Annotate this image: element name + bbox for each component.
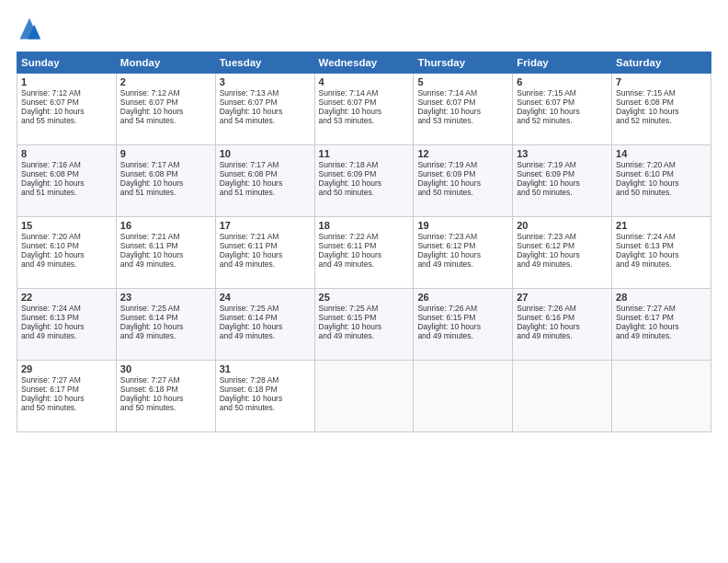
day-info-line: Sunrise: 7:25 AM	[120, 304, 211, 313]
calendar-cell: 6Sunrise: 7:15 AMSunset: 6:07 PMDaylight…	[513, 74, 612, 145]
calendar-body: 1Sunrise: 7:12 AMSunset: 6:07 PMDaylight…	[17, 74, 711, 432]
day-info-line: Daylight: 10 hours	[21, 322, 112, 331]
day-info-line: Daylight: 10 hours	[517, 250, 608, 259]
day-info-line: Sunrise: 7:23 AM	[417, 232, 508, 241]
day-number: 20	[517, 220, 608, 231]
day-info-line: and 53 minutes.	[319, 116, 410, 125]
day-info-line: Daylight: 10 hours	[220, 178, 311, 188]
day-info-line: Daylight: 10 hours	[120, 394, 211, 403]
day-header-tuesday: Tuesday	[215, 52, 314, 74]
calendar-cell: 1Sunrise: 7:12 AMSunset: 6:07 PMDaylight…	[17, 74, 117, 145]
day-info-line: Sunset: 6:10 PM	[616, 169, 707, 178]
day-info-line: and 50 minutes.	[21, 403, 112, 412]
logo	[17, 17, 46, 42]
day-number: 10	[220, 148, 311, 159]
day-info-line: Sunrise: 7:24 AM	[21, 304, 112, 313]
day-info-line: Sunset: 6:07 PM	[120, 98, 211, 107]
day-info-line: Daylight: 10 hours	[417, 322, 508, 331]
day-info-line: Daylight: 10 hours	[319, 322, 410, 331]
day-info-line: Sunset: 6:13 PM	[616, 241, 707, 250]
calendar-cell: 27Sunrise: 7:26 AMSunset: 6:16 PMDayligh…	[513, 289, 612, 361]
calendar-cell: 18Sunrise: 7:22 AMSunset: 6:11 PMDayligh…	[314, 217, 414, 289]
day-info-line: Daylight: 10 hours	[21, 250, 112, 259]
day-number: 6	[517, 76, 608, 87]
day-info-line: and 50 minutes.	[120, 403, 211, 412]
day-info-line: Sunrise: 7:20 AM	[21, 232, 112, 241]
day-info-line: Daylight: 10 hours	[21, 107, 112, 116]
calendar-cell: 28Sunrise: 7:27 AMSunset: 6:17 PMDayligh…	[612, 289, 711, 361]
day-info-line: Sunrise: 7:17 AM	[120, 160, 211, 169]
calendar-cell	[314, 361, 414, 432]
day-info-line: Sunset: 6:15 PM	[319, 313, 410, 322]
day-info-line: Sunrise: 7:26 AM	[517, 304, 608, 313]
day-info-line: Sunrise: 7:27 AM	[616, 304, 707, 313]
day-number: 3	[220, 76, 311, 87]
calendar-cell: 30Sunrise: 7:27 AMSunset: 6:18 PMDayligh…	[116, 361, 215, 432]
day-info-line: Daylight: 10 hours	[616, 107, 707, 116]
day-info-line: and 50 minutes.	[616, 188, 707, 197]
week-row-4: 22Sunrise: 7:24 AMSunset: 6:13 PMDayligh…	[17, 289, 711, 361]
day-info-line: Daylight: 10 hours	[21, 178, 112, 188]
day-number: 12	[417, 148, 508, 159]
day-header-saturday: Saturday	[612, 52, 711, 74]
day-info-line: Daylight: 10 hours	[220, 322, 311, 331]
day-info-line: Sunrise: 7:22 AM	[319, 232, 410, 241]
day-info-line: Sunset: 6:07 PM	[417, 98, 508, 107]
day-info-line: Daylight: 10 hours	[220, 107, 311, 116]
day-info-line: and 49 minutes.	[220, 331, 311, 340]
day-info-line: Sunrise: 7:25 AM	[220, 304, 311, 313]
day-info-line: and 51 minutes.	[220, 188, 311, 197]
day-info-line: Daylight: 10 hours	[517, 322, 608, 331]
day-info-line: Sunrise: 7:18 AM	[319, 160, 410, 169]
day-info-line: Sunset: 6:09 PM	[319, 169, 410, 178]
calendar-cell: 4Sunrise: 7:14 AMSunset: 6:07 PMDaylight…	[314, 74, 414, 145]
day-header-monday: Monday	[116, 52, 215, 74]
day-info-line: Sunrise: 7:14 AM	[319, 88, 410, 98]
day-info-line: Sunrise: 7:21 AM	[220, 232, 311, 241]
calendar-cell: 24Sunrise: 7:25 AMSunset: 6:14 PMDayligh…	[215, 289, 314, 361]
day-info-line: Sunset: 6:09 PM	[517, 169, 608, 178]
week-row-3: 15Sunrise: 7:20 AMSunset: 6:10 PMDayligh…	[17, 217, 711, 289]
day-info-line: Sunrise: 7:19 AM	[417, 160, 508, 169]
day-info-line: and 50 minutes.	[517, 188, 608, 197]
day-info-line: Daylight: 10 hours	[417, 178, 508, 188]
day-info-line: Sunset: 6:07 PM	[220, 98, 311, 107]
day-info-line: and 55 minutes.	[21, 116, 112, 125]
calendar-cell: 5Sunrise: 7:14 AMSunset: 6:07 PMDaylight…	[414, 74, 513, 145]
day-info-line: Daylight: 10 hours	[417, 250, 508, 259]
day-info-line: Sunset: 6:09 PM	[417, 169, 508, 178]
day-info-line: and 52 minutes.	[517, 116, 608, 125]
day-info-line: Sunset: 6:07 PM	[319, 98, 410, 107]
calendar-cell: 15Sunrise: 7:20 AMSunset: 6:10 PMDayligh…	[17, 217, 117, 289]
day-info-line: Sunrise: 7:14 AM	[417, 88, 508, 98]
day-number: 24	[220, 292, 311, 303]
day-info-line: and 52 minutes.	[616, 116, 707, 125]
calendar-cell: 14Sunrise: 7:20 AMSunset: 6:10 PMDayligh…	[612, 145, 711, 217]
day-number: 21	[616, 220, 707, 231]
calendar-cell: 22Sunrise: 7:24 AMSunset: 6:13 PMDayligh…	[17, 289, 117, 361]
day-info-line: Sunrise: 7:25 AM	[319, 304, 410, 313]
calendar-cell: 16Sunrise: 7:21 AMSunset: 6:11 PMDayligh…	[116, 217, 215, 289]
page: SundayMondayTuesdayWednesdayThursdayFrid…	[0, 0, 728, 563]
day-info-line: Sunset: 6:12 PM	[517, 241, 608, 250]
day-number: 22	[21, 292, 112, 303]
day-info-line: and 49 minutes.	[616, 331, 707, 340]
day-info-line: Sunrise: 7:12 AM	[120, 88, 211, 98]
day-number: 26	[417, 292, 508, 303]
calendar-cell: 25Sunrise: 7:25 AMSunset: 6:15 PMDayligh…	[314, 289, 414, 361]
day-info-line: Sunrise: 7:16 AM	[21, 160, 112, 169]
day-info-line: Sunrise: 7:15 AM	[517, 88, 608, 98]
calendar-cell: 9Sunrise: 7:17 AMSunset: 6:08 PMDaylight…	[116, 145, 215, 217]
day-info-line: and 49 minutes.	[220, 259, 311, 269]
day-header-wednesday: Wednesday	[314, 52, 414, 74]
day-info-line: Sunset: 6:08 PM	[220, 169, 311, 178]
day-info-line: Sunrise: 7:21 AM	[120, 232, 211, 241]
day-info-line: and 51 minutes.	[21, 188, 112, 197]
day-number: 14	[616, 148, 707, 159]
day-info-line: Sunset: 6:11 PM	[220, 241, 311, 250]
day-info-line: Sunrise: 7:17 AM	[220, 160, 311, 169]
day-info-line: Sunset: 6:17 PM	[616, 313, 707, 322]
week-row-1: 1Sunrise: 7:12 AMSunset: 6:07 PMDaylight…	[17, 74, 711, 145]
calendar-cell: 31Sunrise: 7:28 AMSunset: 6:18 PMDayligh…	[215, 361, 314, 432]
week-row-2: 8Sunrise: 7:16 AMSunset: 6:08 PMDaylight…	[17, 145, 711, 217]
